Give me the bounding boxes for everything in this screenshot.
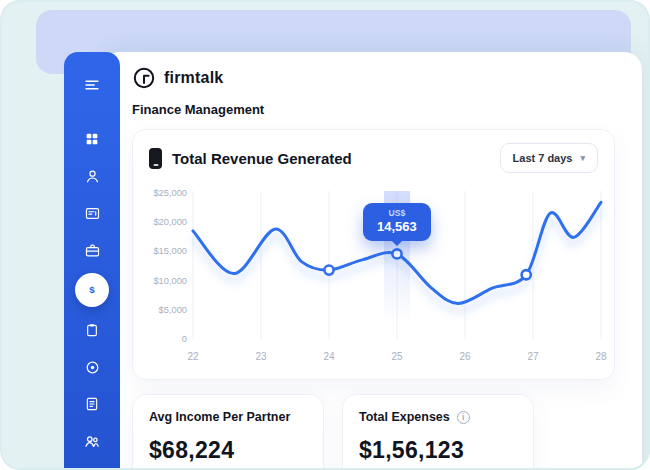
y-tick-label: $20,000 [153,217,187,227]
y-tick-label: $15,000 [153,246,187,256]
highlight-band [384,191,410,339]
sidebar-item-menu[interactable] [64,70,120,100]
stats-row: Avg Income Per Partner $68,224 ↑+3.1% VS… [132,394,615,470]
main-panel: firmtalk Finance Management Total Revenu… [102,52,642,470]
date-range-label: Last 7 days [513,152,573,164]
y-tick-label: $25,000 [153,188,187,198]
team-icon [83,432,101,450]
sidebar-item-dollar[interactable]: $ [64,272,120,308]
clipboard-icon [84,322,100,338]
svg-text:$: $ [89,284,95,295]
x-tick-label: 26 [459,351,471,362]
firmtalk-logo-icon [132,66,156,90]
y-tick-label: $5,000 [159,305,187,315]
chart-point[interactable] [522,270,531,279]
revenue-card-title: Total Revenue Generated [172,150,490,167]
sidebar-item-calendar[interactable] [64,463,120,470]
stat-value: $68,224 [149,437,307,464]
y-tick-label: 0 [182,334,187,344]
stat-title: Total Expenses [359,410,450,424]
chart-point[interactable] [324,265,333,274]
x-tick-label: 22 [187,351,199,362]
x-tick-label: 25 [391,351,403,362]
revenue-chart-area: 0$5,000$10,000$15,000$20,000$25,00022232… [149,179,609,369]
brand-name: firmtalk [164,69,223,87]
stat-card-total-expenses: Total Expenses i $1,56,123 ↓-2.1% VS Thi… [342,394,534,470]
sidebar-item-user[interactable] [64,161,120,191]
chart-point[interactable] [392,249,401,258]
briefcase-icon [84,242,101,259]
user-icon [84,168,101,185]
stat-card-avg-income-per-partner: Avg Income Per Partner $68,224 ↑+3.1% VS… [132,394,324,470]
menu-icon [83,76,101,94]
revenue-line-chart[interactable]: 0$5,000$10,000$15,000$20,000$25,00022232… [149,179,609,369]
date-range-selector[interactable]: Last 7 days ▾ [500,143,598,173]
app-window: firmtalk Finance Management Total Revenu… [0,0,650,470]
chevron-down-icon: ▾ [580,154,585,163]
stat-value: $1,56,123 [359,437,517,464]
sidebar-item-apps[interactable] [64,124,120,154]
x-tick-label: 23 [255,351,267,362]
brand-header: firmtalk [132,66,615,90]
document-icon [84,396,100,412]
target-icon [84,359,101,376]
card-icon [84,205,101,222]
sidebar-item-card[interactable] [64,198,120,228]
x-tick-label: 28 [595,351,607,362]
y-tick-label: $10,000 [153,276,187,286]
sidebar-item-target[interactable] [64,352,120,382]
revenue-device-icon [149,148,162,169]
x-tick-label: 24 [323,351,335,362]
sidebar-item-clipboard[interactable] [64,315,120,345]
sidebar-item-document[interactable] [64,389,120,419]
revenue-card: Total Revenue Generated Last 7 days ▾ 0$… [132,129,615,380]
page-title: Finance Management [132,102,615,117]
sidebar: $$ [64,52,120,470]
sidebar-item-team[interactable] [64,426,120,456]
info-icon[interactable]: i [457,411,470,424]
x-tick-label: 27 [527,351,539,362]
sidebar-item-briefcase[interactable] [64,235,120,265]
apps-icon [84,131,100,147]
dollar-icon: $ [75,273,109,307]
stat-title: Avg Income Per Partner [149,410,290,424]
